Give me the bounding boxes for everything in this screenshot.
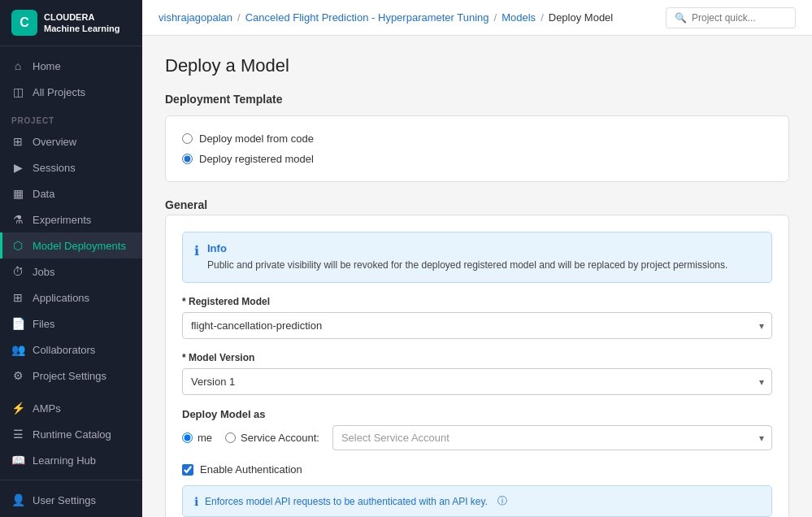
amps-icon: ⚡ — [11, 402, 24, 415]
breadcrumb-sep-1: / — [237, 11, 241, 24]
search-input[interactable] — [692, 12, 787, 24]
jobs-icon: ⏱ — [11, 265, 24, 278]
sidebar-item-jobs[interactable]: ⏱ Jobs — [0, 258, 142, 285]
info-title: Info — [207, 242, 727, 254]
sidebar-item-data[interactable]: ▦ Data — [0, 180, 142, 206]
deploy-as-service-option[interactable]: Service Account: — [225, 432, 319, 444]
deploy-as-label: Deploy Model as — [182, 408, 772, 420]
sidebar-item-collaborators[interactable]: 👥 Collaborators — [0, 337, 142, 363]
service-account-select-wrap: Select Service Account — [332, 425, 772, 450]
project-section-label: PROJECT — [0, 105, 142, 128]
sidebar-item-overview[interactable]: ⊞ Overview — [0, 128, 142, 154]
sidebar-item-site-administration[interactable]: 🛡 Site Administration — [0, 513, 142, 517]
search-icon: 🔍 — [675, 12, 687, 24]
model-version-label: * Model Version — [182, 352, 772, 363]
template-radio-group: Deploy model from code Deploy registered… — [182, 133, 772, 165]
auth-info-box: ℹ Enforces model API requests to be auth… — [182, 485, 772, 517]
breadcrumb-project[interactable]: Canceled Flight Prediction - Hyperparame… — [245, 11, 489, 24]
overview-icon: ⊞ — [11, 135, 24, 148]
registered-model-select[interactable]: flight-cancellation-prediction — [182, 312, 772, 339]
search-box[interactable]: 🔍 — [666, 7, 796, 28]
enable-auth-label: Enable Authentication — [200, 463, 302, 476]
sidebar-item-project-settings[interactable]: ⚙ Project Settings — [0, 363, 142, 389]
sidebar-item-all-projects[interactable]: ◫ All Projects — [0, 79, 142, 105]
topbar: vishrajagopalan / Canceled Flight Predic… — [142, 0, 812, 36]
logo-text: CLOUDERA Machine Learning — [44, 11, 120, 35]
deploy-as-me-radio[interactable] — [182, 432, 193, 443]
sidebar-item-applications[interactable]: ⊞ Applications — [0, 285, 142, 311]
info-text: Public and private visibility will be re… — [207, 258, 727, 272]
experiments-icon: ⚗ — [11, 213, 24, 226]
sidebar-item-model-deployments[interactable]: ⬡ Model Deployments — [0, 232, 142, 258]
sidebar-item-files[interactable]: 📄 Files — [0, 311, 142, 337]
deployment-template-card: Deploy model from code Deploy registered… — [165, 115, 789, 182]
sidebar: C CLOUDERA Machine Learning ⌂ Home ◫ All… — [0, 0, 142, 517]
template-option-from-code[interactable]: Deploy model from code — [182, 133, 772, 145]
deploy-as-row: me Service Account: Select Service Accou… — [182, 425, 772, 450]
page-title: Deploy a Model — [165, 55, 789, 76]
files-icon: 📄 — [11, 317, 24, 330]
cloudera-logo-icon: C — [11, 10, 37, 36]
user-settings-icon: 👤 — [11, 493, 24, 506]
sidebar-item-learning-hub[interactable]: 📖 Learning Hub — [0, 447, 142, 473]
template-radio-from-code[interactable] — [182, 133, 193, 144]
general-section-title: General — [165, 198, 789, 211]
info-box: ℹ Info Public and private visibility wil… — [182, 232, 772, 283]
sidebar-item-sessions[interactable]: ▶ Sessions — [0, 154, 142, 180]
model-version-select-wrap: Version 1 — [182, 368, 772, 395]
deploy-as-me-option[interactable]: me — [182, 432, 212, 444]
project-settings-icon: ⚙ — [11, 369, 24, 382]
sessions-icon: ▶ — [11, 161, 24, 174]
model-deployments-icon: ⬡ — [11, 239, 24, 252]
sidebar-item-user-settings[interactable]: 👤 User Settings — [0, 487, 142, 513]
template-option-registered[interactable]: Deploy registered model — [182, 153, 772, 165]
model-version-group: * Model Version Version 1 — [182, 352, 772, 395]
general-card: ℹ Info Public and private visibility wil… — [165, 215, 789, 517]
auth-help-icon: ⓘ — [497, 494, 507, 508]
home-icon: ⌂ — [11, 59, 24, 72]
auth-info-text: Enforces model API requests to be authen… — [205, 496, 488, 507]
info-content: Info Public and private visibility will … — [207, 242, 727, 272]
sidebar-nav: ⌂ Home ◫ All Projects PROJECT ⊞ Overview… — [0, 46, 142, 480]
runtime-catalog-icon: ☰ — [11, 428, 24, 441]
deploy-as-group: Deploy Model as me Service Account: Sele… — [182, 408, 772, 450]
info-icon: ℹ — [194, 243, 199, 258]
grid-icon: ◫ — [11, 85, 24, 98]
breadcrumb-models[interactable]: Models — [502, 11, 536, 24]
data-icon: ▦ — [11, 187, 24, 200]
breadcrumb-sep-2: / — [494, 11, 497, 24]
sidebar-item-amps[interactable]: ⚡ AMPs — [0, 395, 142, 421]
page-body: Deploy a Model Deployment Template Deplo… — [142, 36, 812, 517]
service-account-select[interactable]: Select Service Account — [332, 425, 772, 450]
main-content: vishrajagopalan / Canceled Flight Predic… — [142, 0, 812, 517]
collaborators-icon: 👥 — [11, 343, 24, 356]
registered-model-label: * Registered Model — [182, 296, 772, 307]
learning-hub-icon: 📖 — [11, 454, 24, 467]
sidebar-item-experiments[interactable]: ⚗ Experiments — [0, 206, 142, 232]
sidebar-item-home[interactable]: ⌂ Home — [0, 53, 142, 79]
breadcrumb: vishrajagopalan / Canceled Flight Predic… — [158, 11, 613, 24]
deploy-as-service-radio[interactable] — [225, 432, 236, 443]
breadcrumb-current: Deploy Model — [549, 11, 614, 24]
applications-icon: ⊞ — [11, 291, 24, 304]
enable-auth-group: Enable Authentication — [182, 463, 772, 476]
model-version-select[interactable]: Version 1 — [182, 368, 772, 395]
sidebar-bottom: 👤 User Settings 🛡 Site Administration ? … — [0, 480, 142, 517]
template-radio-registered[interactable] — [182, 154, 193, 164]
breadcrumb-user[interactable]: vishrajagopalan — [158, 11, 232, 24]
deployment-template-section-title: Deployment Template — [165, 93, 789, 106]
logo: C CLOUDERA Machine Learning — [0, 0, 142, 46]
auth-info-icon: ℹ — [194, 495, 198, 508]
sidebar-item-runtime-catalog[interactable]: ☰ Runtime Catalog — [0, 421, 142, 447]
breadcrumb-sep-3: / — [541, 11, 544, 24]
registered-model-group: * Registered Model flight-cancellation-p… — [182, 296, 772, 339]
registered-model-select-wrap: flight-cancellation-prediction — [182, 312, 772, 339]
enable-auth-checkbox[interactable] — [182, 464, 193, 476]
